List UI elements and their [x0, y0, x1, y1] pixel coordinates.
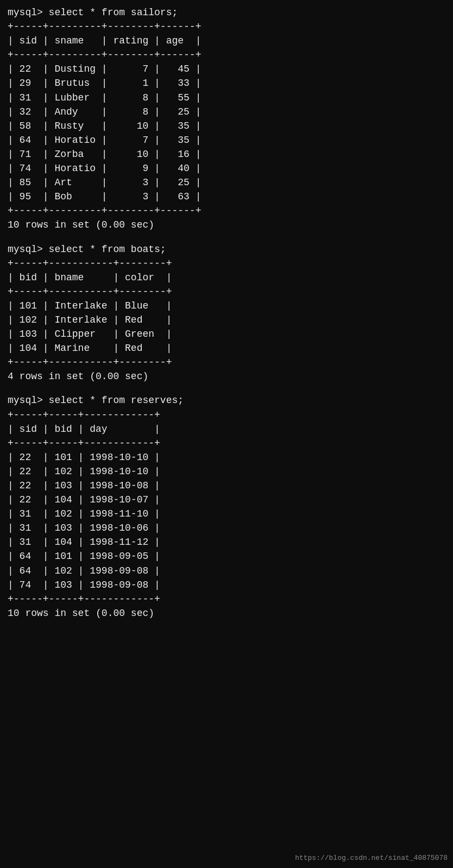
reserves-footer: 10 rows in set (0.00 sec) — [8, 606, 445, 620]
reserves-header: | sid | bid | day | — [8, 422, 445, 436]
sailors-row: | 31 | Lubber | 8 | 55 | — [8, 91, 445, 105]
reserves-sep-mid: +-----+-----+------------+ — [8, 436, 445, 450]
sailors-sep-bot: +-----+---------+--------+------+ — [8, 204, 445, 218]
boats-row: | 101 | Interlake | Blue | — [8, 299, 445, 313]
sailors-row: | 95 | Bob | 3 | 63 | — [8, 190, 445, 204]
reserves-row: | 22 | 104 | 1998-10-07 | — [8, 493, 445, 507]
reserves-row: | 22 | 102 | 1998-10-10 | — [8, 464, 445, 479]
reserves-row: | 22 | 103 | 1998-10-08 | — [8, 479, 445, 493]
reserves-row: | 31 | 104 | 1998-11-12 | — [8, 535, 445, 549]
boats-row: | 104 | Marine | Red | — [8, 341, 445, 355]
sailors-block: mysql> select * from sailors; +-----+---… — [8, 5, 445, 232]
boats-query: mysql> select * from boats; — [8, 242, 445, 256]
boats-row: | 102 | Interlake | Red | — [8, 313, 445, 327]
reserves-row: | 22 | 101 | 1998-10-10 | — [8, 450, 445, 464]
sailors-query: mysql> select * from sailors; — [8, 5, 445, 20]
sailors-sep-top: +-----+---------+--------+------+ — [8, 20, 445, 34]
boats-sep-top: +-----+-----------+--------+ — [8, 256, 445, 271]
reserves-block: mysql> select * from reserves; +-----+--… — [8, 393, 445, 620]
sailors-sep-mid: +-----+---------+--------+------+ — [8, 48, 445, 62]
sailors-footer: 10 rows in set (0.00 sec) — [8, 218, 445, 232]
sailors-row: | 58 | Rusty | 10 | 35 | — [8, 119, 445, 133]
watermark: https://blog.csdn.net/sinat_40875078 — [295, 853, 448, 864]
sailors-row: | 71 | Zorba | 10 | 16 | — [8, 147, 445, 161]
sailors-row: | 74 | Horatio | 9 | 40 | — [8, 161, 445, 175]
reserves-row: | 74 | 103 | 1998-09-08 | — [8, 578, 445, 592]
boats-sep-mid: +-----+-----------+--------+ — [8, 285, 445, 299]
reserves-sep-bot: +-----+-----+------------+ — [8, 592, 445, 606]
boats-row: | 103 | Clipper | Green | — [8, 327, 445, 341]
sailors-row: | 22 | Dusting | 7 | 45 | — [8, 62, 445, 76]
reserves-row: | 64 | 102 | 1998-09-08 | — [8, 564, 445, 578]
boats-block: mysql> select * from boats; +-----+-----… — [8, 242, 445, 384]
boats-footer: 4 rows in set (0.00 sec) — [8, 369, 445, 383]
reserves-row: | 31 | 102 | 1998-11-10 | — [8, 507, 445, 521]
sailors-row: | 64 | Horatio | 7 | 35 | — [8, 133, 445, 147]
boats-sep-bot: +-----+-----------+--------+ — [8, 355, 445, 369]
sailors-header: | sid | sname | rating | age | — [8, 34, 445, 48]
sailors-row: | 29 | Brutus | 1 | 33 | — [8, 76, 445, 90]
sailors-row: | 85 | Art | 3 | 25 | — [8, 175, 445, 190]
reserves-row: | 64 | 101 | 1998-09-05 | — [8, 549, 445, 563]
sailors-row: | 32 | Andy | 8 | 25 | — [8, 105, 445, 119]
reserves-row: | 31 | 103 | 1998-10-06 | — [8, 521, 445, 535]
reserves-sep-top: +-----+-----+------------+ — [8, 408, 445, 422]
reserves-query: mysql> select * from reserves; — [8, 393, 445, 407]
boats-header: | bid | bname | color | — [8, 271, 445, 285]
